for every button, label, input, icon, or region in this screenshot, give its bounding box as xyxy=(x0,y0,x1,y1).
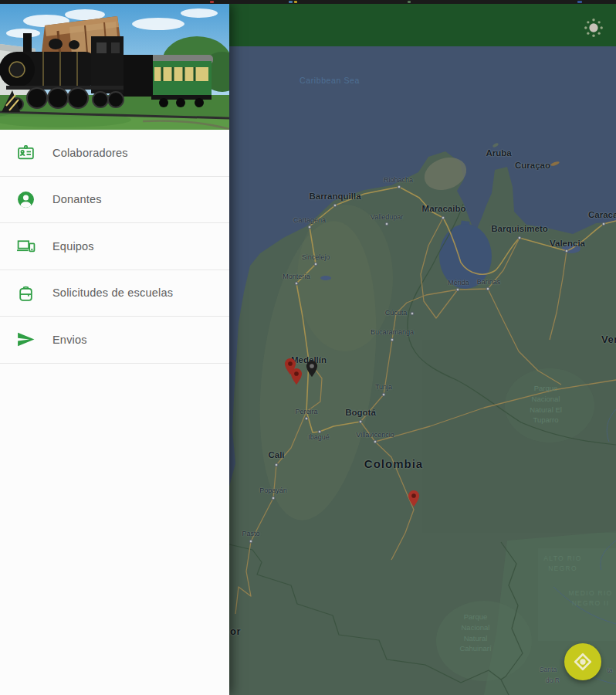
sun-button[interactable] xyxy=(578,12,609,43)
app-screen: Caribbean SeaArubaCuraçaoRiohachaBarranq… xyxy=(0,0,616,695)
drawer-item-label: Envios xyxy=(52,334,87,346)
drawer-item-label: Colaboradores xyxy=(52,147,128,159)
drawer-item-envios[interactable]: Envios xyxy=(0,317,229,364)
account-circle-icon xyxy=(15,189,36,209)
drawer-item-colaboradores[interactable]: Colaboradores xyxy=(0,130,229,177)
sun-icon xyxy=(584,18,604,38)
devices-icon xyxy=(15,236,36,256)
drawer-item-label: Solicitudes de escuelas xyxy=(52,286,173,299)
drawer-item-label: Equipos xyxy=(52,240,94,253)
map-pin-red-3[interactable] xyxy=(408,490,421,510)
drawer-item-label: Donantes xyxy=(52,193,102,205)
drawer-header-train-photo xyxy=(0,4,229,130)
map-canvas[interactable]: Caribbean SeaArubaCuraçaoRiohachaBarranq… xyxy=(229,46,616,695)
drawer-item-equipos[interactable]: Equipos xyxy=(0,223,229,270)
backpack-icon xyxy=(15,283,36,303)
recenter-location-icon xyxy=(573,652,593,672)
drawer-menu: Colaboradores Donantes xyxy=(0,130,229,364)
navigation-drawer: Colaboradores Donantes xyxy=(0,4,229,695)
recenter-location-fab[interactable] xyxy=(564,643,601,680)
map-pin-black[interactable] xyxy=(306,360,319,381)
drawer-item-donantes[interactable]: Donantes xyxy=(0,177,229,224)
send-icon xyxy=(15,330,36,350)
map-pin-layer xyxy=(229,46,616,695)
map-pin-red-2[interactable] xyxy=(290,368,303,388)
drawer-item-solicitudes[interactable]: Solicitudes de escuelas xyxy=(0,270,229,317)
badge-icon xyxy=(15,143,36,163)
status-bar xyxy=(0,0,616,4)
